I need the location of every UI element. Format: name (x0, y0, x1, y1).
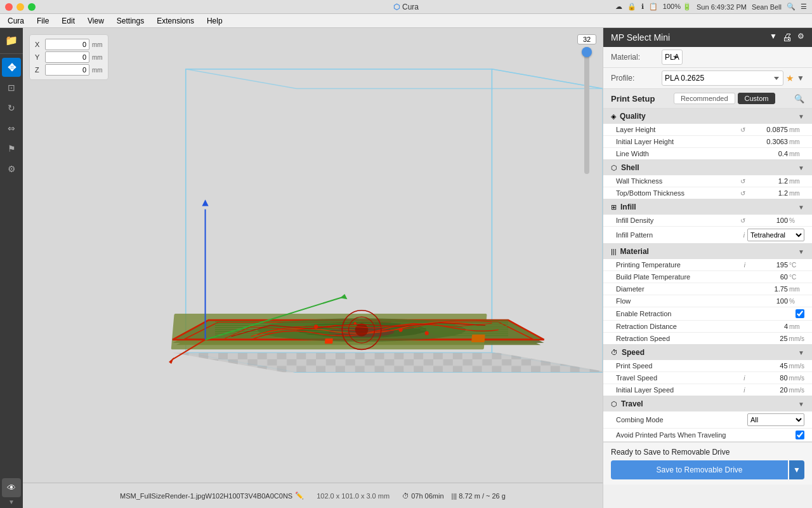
x-input[interactable] (45, 39, 89, 50)
mirror-btn[interactable]: ⇔ (2, 119, 21, 138)
tab-custom[interactable]: Custom (738, 93, 776, 104)
printer-settings-icon[interactable]: ⚙ (797, 32, 804, 43)
retraction-distance-row: Retraction Distance 4 mm (603, 321, 812, 333)
initial-layer-height-row: Initial Layer Height 0.3063 mm (603, 136, 812, 148)
travel-header[interactable]: ⬡ Travel ▼ (603, 396, 812, 411)
close-button[interactable] (5, 3, 13, 11)
combing-mode-select[interactable]: All (747, 413, 804, 426)
profile-row: Profile: PLA 0.2625 ★ ▼ (603, 68, 812, 89)
infill-density-unit: % (789, 217, 804, 224)
window-controls[interactable] (5, 3, 36, 11)
rotate-btn[interactable]: ↻ (2, 98, 21, 117)
eye-btn[interactable]: 👁 (2, 478, 21, 497)
minimize-button[interactable] (16, 3, 24, 11)
speed-header[interactable]: ⏱ Speed ▼ (603, 345, 812, 360)
travel-icon: ⬡ (611, 400, 617, 408)
printer-name: MP Select Mini (611, 32, 670, 43)
material-label: Material: (611, 53, 662, 62)
wall-thickness-reset-icon[interactable]: ↺ (740, 178, 745, 185)
topbottom-thickness-reset-icon[interactable]: ↺ (740, 190, 745, 197)
svg-marker-53 (169, 358, 174, 364)
layer-height-unit: mm (789, 126, 804, 133)
layer-height-value: 0.0875 (748, 126, 789, 133)
topbottom-thickness-value: 1.2 (748, 189, 789, 197)
print-speed-row: Print Speed 45 mm/s (603, 360, 812, 372)
print-temp-label: Printing Temperature (616, 261, 744, 269)
wall-thickness-unit: mm (789, 178, 804, 185)
scale-btn[interactable]: ⊡ (2, 78, 21, 97)
menu-view[interactable]: View (85, 17, 107, 25)
enable-retraction-checkbox[interactable] (796, 309, 804, 318)
mirror-icon: ⇔ (8, 123, 15, 133)
folder-btn[interactable]: 📁 (2, 30, 21, 50)
edit-icon[interactable]: ✏️ (295, 491, 304, 500)
maximize-button[interactable] (28, 3, 36, 11)
y-input[interactable] (45, 51, 89, 63)
y-label: Y (35, 53, 43, 61)
chevron-down-icon[interactable]: ▼ (769, 32, 777, 43)
speed-title: Speed (622, 348, 794, 357)
save-dropdown-button[interactable]: ▼ (789, 460, 804, 479)
viewport[interactable]: X mm Y mm Z mm (23, 28, 603, 508)
menu-help[interactable]: Help (204, 17, 225, 25)
ready-bar: Ready to Save to Removable Drive Save to… (603, 442, 812, 485)
material-select[interactable]: PLA (662, 50, 683, 65)
retraction-speed-label: Retraction Speed (616, 335, 748, 342)
y-unit: mm (92, 54, 103, 61)
layer-height-reset-icon[interactable]: ↺ (740, 126, 745, 133)
travel-speed-info-icon: i (743, 375, 745, 382)
settings-btn[interactable]: ⚙ (2, 159, 21, 178)
layer-thumb[interactable] (582, 47, 592, 57)
z-input[interactable] (45, 64, 89, 76)
flow-row: Flow 100 % (603, 295, 812, 307)
avoid-parts-row: Avoid Printed Parts When Traveling (603, 429, 812, 441)
infill-density-reset-icon[interactable]: ↺ (740, 217, 745, 224)
diameter-value: 1.75 (748, 285, 789, 293)
speed-arrow-icon: ▼ (798, 349, 804, 356)
svg-marker-55 (340, 294, 347, 299)
material-settings-header[interactable]: ||| Material ▼ (603, 244, 812, 259)
layer-track[interactable] (584, 47, 589, 174)
retraction-speed-value: 25 (748, 335, 789, 342)
rotate-icon: ↻ (8, 103, 15, 113)
menu-extensions[interactable]: Extensions (154, 17, 197, 25)
avoid-parts-checkbox[interactable] (796, 431, 804, 439)
retraction-distance-unit: mm (789, 323, 804, 330)
window-title: ⬡ Cura (393, 3, 419, 11)
profile-select[interactable]: PLA 0.2625 (662, 70, 783, 86)
quality-header[interactable]: ◈ Quality ▼ (603, 109, 812, 124)
tab-recommended[interactable]: Recommended (674, 93, 735, 104)
infill-header[interactable]: ⊞ Infill ▼ (603, 199, 812, 215)
move-btn[interactable]: ✥ (2, 58, 21, 77)
main-layout: 📁 ✥ ⊡ ↻ ⇔ ⚑ ⚙ 👁 ▼ X (0, 28, 812, 508)
infill-pattern-select[interactable]: Tetrahedral (747, 229, 804, 241)
print-temp-unit: °C (789, 262, 804, 269)
print-setup-title: Print Setup (611, 94, 655, 104)
infill-arrow-icon: ▼ (798, 204, 804, 211)
flow-label: Flow (616, 297, 748, 305)
svg-point-45 (399, 328, 403, 331)
shell-header[interactable]: ⬡ Shell ▼ (603, 160, 812, 175)
wall-thickness-label: Wall Thickness (616, 177, 740, 185)
profile-star-icon[interactable]: ★ (786, 73, 794, 83)
support-btn[interactable]: ⚑ (2, 139, 21, 158)
print-setup-header: Print Setup Recommended Custom 🔍 (603, 89, 812, 109)
search-button[interactable]: 🔍 (794, 94, 804, 104)
initial-layer-speed-info-icon: i (743, 387, 745, 394)
initial-layer-speed-value: 20 (748, 386, 789, 394)
printer-manage-icon[interactable]: 🖨 (782, 32, 792, 43)
menu-settings[interactable]: Settings (114, 17, 147, 25)
support-icon: ⚑ (8, 144, 16, 154)
menu-cura[interactable]: Cura (5, 17, 27, 25)
expand-arrow[interactable]: ▼ (8, 498, 15, 505)
speed-section: ⏱ Speed ▼ Print Speed 45 mm/s Travel Spe… (603, 345, 812, 396)
shell-arrow-icon: ▼ (798, 164, 804, 171)
menu-file[interactable]: File (34, 17, 51, 25)
menu-edit[interactable]: Edit (59, 17, 77, 25)
flow-unit: % (789, 298, 804, 305)
material-settings-section: ||| Material ▼ Printing Temperature i 19… (603, 244, 812, 345)
filament-usage: ||| 8.72 m / ~ 26 g (452, 492, 506, 500)
profile-chevron-icon[interactable]: ▼ (797, 74, 804, 83)
infill-pattern-label: Infill Pattern (616, 231, 743, 239)
save-button[interactable]: Save to Removable Drive (611, 460, 788, 479)
